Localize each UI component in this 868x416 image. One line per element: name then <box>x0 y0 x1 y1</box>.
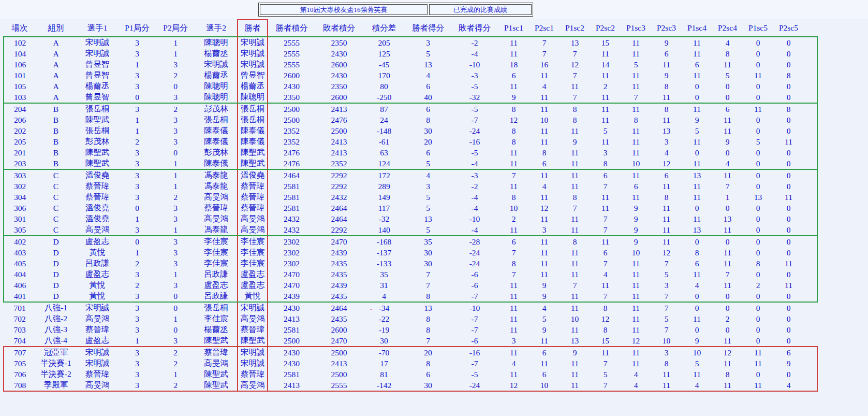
table-row-702: 702八強-2高旻鴻31李佳宸高旻鴻24132435-228-711510121… <box>4 313 817 324</box>
cell-選手2: 陳聖武 <box>195 380 238 391</box>
cell-積分差: -148 <box>363 125 405 136</box>
cell-勝者: 高旻鴻 <box>238 224 268 236</box>
cell-P2sc4: 7 <box>712 181 743 192</box>
cell-P1sc1: 11 <box>498 280 529 291</box>
cell-P1sc1: 11 <box>498 81 529 92</box>
cell-場次: 706 <box>4 369 36 380</box>
cell-敗者積分: 2413 <box>315 103 363 114</box>
cell-P1sc3: 11 <box>621 324 651 335</box>
cell-選手1: 曾昱智 <box>76 59 119 70</box>
cell-P1sc4: 6 <box>682 258 712 269</box>
cell-P1sc4: 13 <box>682 224 712 236</box>
cell-P2sc3: 7 <box>651 258 682 269</box>
tournament-title[interactable]: 第10屆大專校友盃16強菁英賽 <box>260 4 428 15</box>
cell-P2sc5: 0 <box>773 369 804 380</box>
cell-P2sc2: 11 <box>590 203 621 213</box>
cell-積分差: 205 <box>363 37 405 48</box>
table-row-105: 105A楊薾丞30陳聰明楊薾丞24302350806-5114112118000… <box>4 81 817 92</box>
results-table: 場次組別選手1P1局分P2局分選手2勝者勝者積分敗者積分積分差勝者得分敗者得分P… <box>3 19 818 392</box>
cell-選手1: 蔡晉瑋 <box>76 324 119 335</box>
cell-選手2: 陳聖武 <box>195 369 238 380</box>
cell-P1局分: 0 <box>119 92 156 103</box>
cell-敗者積分: 2435 <box>315 258 363 269</box>
cell-選手2: 楊薾丞 <box>195 324 238 335</box>
cell-組別: C <box>36 181 76 192</box>
cell-P2sc1: 11 <box>529 136 560 147</box>
completed-results-tab[interactable]: 已完成的比賽成績 <box>429 4 532 15</box>
cell-P2sc5: 8 <box>773 70 804 81</box>
cell-P1sc1: 11 <box>498 158 529 169</box>
cell-P2sc3: 7 <box>651 291 682 302</box>
cell-P2sc2: 6 <box>590 247 621 258</box>
cell-P2sc3: 13 <box>651 125 682 136</box>
cell-P1sc2: 8 <box>560 103 590 114</box>
row-pad <box>804 103 817 114</box>
cell-P2sc5: 0 <box>773 291 804 302</box>
cell-P1局分: 3 <box>119 147 156 158</box>
cell-勝者積分: 2302 <box>268 236 315 247</box>
cell-P2sc3: 11 <box>651 92 682 103</box>
cell-勝者得分: 30 <box>405 258 451 269</box>
cell-積分差: 117 <box>363 203 405 213</box>
cell-組別: 半決賽-1 <box>36 358 76 369</box>
cell-P1sc4: 11 <box>682 181 712 192</box>
cell-P2sc5: 11 <box>773 136 804 147</box>
cell-敗者積分: 2350 <box>315 81 363 92</box>
cell-勝者: 宋明誠 <box>238 48 268 59</box>
cell-勝者: 宋明誠 <box>238 302 268 313</box>
cell-P1局分: 1 <box>119 213 156 224</box>
cell-P2sc4: 4 <box>712 37 743 48</box>
cell-P2sc3: 6 <box>651 169 682 181</box>
cell-P1sc2: 7 <box>560 92 590 103</box>
cell-P1sc1: 11 <box>498 347 529 358</box>
cell-P2sc4: 0 <box>712 324 743 335</box>
cell-P2sc3: 3 <box>651 280 682 291</box>
cell-勝者積分: 2581 <box>268 203 315 213</box>
cell-勝者積分: 2581 <box>268 181 315 192</box>
cell-敗者積分: 2470 <box>315 236 363 247</box>
cell-積分差: 80 <box>363 81 405 92</box>
cell-P2局分: 0 <box>156 324 195 335</box>
cell-積分差: -142 <box>363 380 405 391</box>
cell-組別: 八強-4 <box>36 335 76 347</box>
cell-選手1: 陳聖武 <box>76 114 119 125</box>
cell-P2局分: 1 <box>156 37 195 48</box>
cell-P2sc2: 7 <box>590 358 621 369</box>
cell-P1sc5: 0 <box>743 147 773 158</box>
cell-選手2: 楊薾丞 <box>195 70 238 81</box>
cell-勝者: 黃悅 <box>238 291 268 302</box>
cell-P2sc2: 8 <box>590 324 621 335</box>
cell-選手2: 李佳宸 <box>195 247 238 258</box>
cell-組別: D <box>36 236 76 247</box>
cell-敗者得分: -4 <box>451 203 498 213</box>
cell-勝者得分: 6 <box>405 369 451 380</box>
cell-P1sc1: 11 <box>498 224 529 236</box>
cell-P1sc5: 2 <box>743 280 773 291</box>
cell-積分差: -168 <box>363 236 405 247</box>
cell-P2局分: 3 <box>156 125 195 136</box>
cell-P2sc1: 6 <box>529 158 560 169</box>
cell-P2局分: 1 <box>156 369 195 380</box>
cell-P1sc4: 9 <box>682 335 712 347</box>
cell-選手1: 黃悅 <box>76 247 119 258</box>
cell-P2sc4: 11 <box>712 59 743 70</box>
cell-P1sc4: 5 <box>682 125 712 136</box>
cell-P1局分: 3 <box>119 380 156 391</box>
cell-勝者得分: 13 <box>405 302 451 313</box>
cell-P1sc2: 11 <box>560 358 590 369</box>
cell-P1sc3: 10 <box>621 247 651 258</box>
cell-勝者得分: 6 <box>405 147 451 158</box>
table-row-705: 705半決賽-1宋明誠32高旻鴻宋明誠24302413178-741111711… <box>4 358 817 369</box>
cell-P1sc4: 4 <box>682 380 712 391</box>
cell-敗者得分: -2 <box>451 181 498 192</box>
cell-P1sc4: 0 <box>682 81 712 92</box>
cell-P2sc2: 7 <box>590 224 621 236</box>
cell-P1sc3: 11 <box>621 291 651 302</box>
cell-場次: 203 <box>4 158 36 169</box>
table-row-707: 707冠亞軍宋明誠32蔡晉瑋宋明誠24302500-7020-161169111… <box>4 347 817 358</box>
row-pad <box>804 280 817 291</box>
column-header-敗者得分: 敗者得分 <box>451 20 498 37</box>
cell-勝者得分: 8 <box>405 313 451 324</box>
cell-勝者: 蔡晉瑋 <box>238 181 268 192</box>
cell-勝者得分: 4 <box>405 70 451 81</box>
